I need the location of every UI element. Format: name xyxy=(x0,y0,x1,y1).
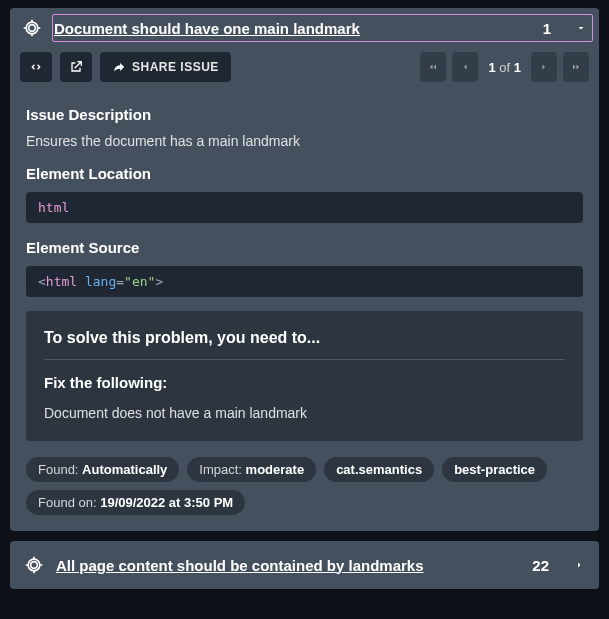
issue-description-heading: Issue Description xyxy=(26,106,583,123)
tag-found-on: Found on: 19/09/2022 at 3:50 PM xyxy=(26,490,245,515)
issue-count: 1 xyxy=(531,20,563,37)
fix-text: Document does not have a main landmark xyxy=(44,405,565,421)
issue-header[interactable]: Document should have one main landmark 1 xyxy=(10,8,599,48)
chevron-left-icon xyxy=(459,61,471,73)
share-label: SHARE ISSUE xyxy=(132,60,219,74)
code-button[interactable] xyxy=(20,52,52,82)
target-icon xyxy=(22,18,42,38)
pager-next-button[interactable] xyxy=(531,52,557,82)
chevron-last-icon xyxy=(570,61,582,73)
tag-category: cat.semantics xyxy=(324,457,434,482)
tags-row: Found: Automatically Impact: moderate ca… xyxy=(26,457,583,515)
pager-status: 1 of 1 xyxy=(484,60,525,75)
chevron-down-icon[interactable] xyxy=(575,22,587,34)
divider xyxy=(44,359,565,360)
fix-heading: Fix the following: xyxy=(44,374,565,391)
pager-prev-button[interactable] xyxy=(452,52,478,82)
pager-first-button[interactable] xyxy=(420,52,446,82)
target-icon xyxy=(24,555,44,575)
solution-heading: To solve this problem, you need to... xyxy=(44,329,565,347)
issue-header[interactable]: All page content should be contained by … xyxy=(10,541,599,589)
element-location-code[interactable]: html xyxy=(26,192,583,223)
tag-impact: Impact: moderate xyxy=(187,457,316,482)
pager: 1 of 1 xyxy=(420,52,589,82)
issue-panel-expanded: Document should have one main landmark 1… xyxy=(10,8,599,531)
issue-body: Issue Description Ensures the document h… xyxy=(10,92,599,531)
element-source-code[interactable]: <html lang="en"> xyxy=(26,266,583,297)
issue-panel-collapsed: All page content should be contained by … xyxy=(10,541,599,589)
chevron-right-icon xyxy=(538,61,550,73)
code-icon xyxy=(28,59,44,75)
tag-best-practice: best-practice xyxy=(442,457,547,482)
element-source-heading: Element Source xyxy=(26,239,583,256)
issue-description-text: Ensures the document has a main landmark xyxy=(26,133,583,149)
open-external-button[interactable] xyxy=(60,52,92,82)
issue-toolbar: SHARE ISSUE 1 of 1 xyxy=(10,48,599,92)
issue-title[interactable]: All page content should be contained by … xyxy=(56,557,508,574)
pager-last-button[interactable] xyxy=(563,52,589,82)
chevron-right-icon[interactable] xyxy=(573,559,585,571)
chevron-first-icon xyxy=(427,61,439,73)
solution-box: To solve this problem, you need to... Fi… xyxy=(26,311,583,441)
element-location-heading: Element Location xyxy=(26,165,583,182)
share-issue-button[interactable]: SHARE ISSUE xyxy=(100,52,231,82)
external-link-icon xyxy=(68,59,84,75)
issue-title[interactable]: Document should have one main landmark xyxy=(54,20,519,37)
issue-count: 22 xyxy=(520,557,561,574)
share-icon xyxy=(112,60,126,74)
tag-found: Found: Automatically xyxy=(26,457,179,482)
